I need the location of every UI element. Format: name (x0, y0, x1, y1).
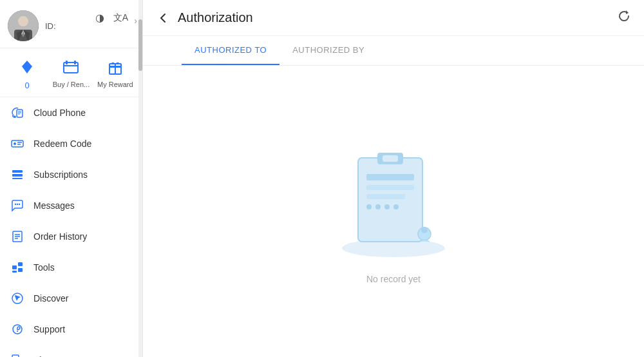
svg-rect-44 (383, 155, 398, 162)
sidebar-item-tools[interactable]: Tools (0, 252, 142, 283)
sidebar-item-redeem-code[interactable]: Redeem Code (0, 128, 142, 159)
subscriptions-label: Subscriptions (33, 169, 88, 180)
svg-rect-13 (17, 110, 23, 117)
empty-illustration (329, 139, 458, 261)
discover-label: Discover (33, 293, 68, 304)
redeem-code-label: Redeem Code (33, 139, 91, 149)
main-header: Authorization (143, 0, 644, 36)
avatar (8, 10, 39, 41)
messages-label: Messages (33, 200, 75, 211)
chevron-right-icon[interactable]: › (134, 15, 137, 26)
tab-authorized-to[interactable]: AUTHORIZED TO (182, 36, 279, 65)
cloud-phone-label: Cloud Phone (33, 108, 86, 118)
subscriptions-icon (10, 168, 24, 182)
svg-point-53 (421, 227, 428, 233)
sidebar-scroll[interactable]: ID: › ◑ 文A 0 (0, 0, 142, 357)
svg-rect-32 (18, 262, 23, 266)
svg-rect-9 (66, 61, 68, 64)
page-title: Authorization (178, 10, 609, 25)
svg-point-48 (366, 204, 372, 209)
svg-rect-46 (366, 185, 414, 190)
diamond-icon (16, 56, 38, 78)
tools-label: Tools (33, 262, 55, 273)
svg-rect-47 (366, 194, 405, 199)
my-reward-label: My Reward (97, 81, 133, 88)
buy-renew-action[interactable]: Buy / Ren... (49, 56, 93, 88)
diamond-action[interactable]: 0 (5, 56, 49, 90)
order-history-label: Order History (33, 231, 87, 242)
svg-rect-10 (74, 61, 76, 64)
back-arrow-icon (156, 11, 170, 25)
svg-point-1 (18, 16, 28, 26)
sidebar-item-support[interactable]: Support (0, 314, 142, 345)
messages-icon (10, 198, 24, 213)
buy-renew-icon (60, 56, 82, 78)
svg-rect-23 (12, 178, 23, 179)
svg-point-18 (14, 142, 16, 145)
svg-point-25 (17, 204, 18, 205)
tools-icon (10, 260, 24, 275)
scrollbar-thumb (138, 19, 142, 71)
discover-icon (10, 291, 24, 305)
scrollbar-track (138, 0, 142, 357)
svg-rect-34 (12, 271, 17, 273)
sidebar-item-subscriptions[interactable]: Subscriptions (0, 159, 142, 190)
sidebar-item-order-history[interactable]: Order History (0, 221, 142, 252)
brightness-icon[interactable]: ◑ (94, 10, 106, 25)
support-label: Support (33, 324, 65, 334)
svg-rect-42 (358, 158, 422, 242)
sidebar-item-sign-out[interactable]: Sign Out (0, 345, 142, 357)
sidebar: ID: › ◑ 文A 0 (0, 0, 143, 357)
nav-menu: Cloud Phone Redeem Code (0, 97, 142, 357)
cloud-phone-icon (10, 106, 24, 120)
diamond-count: 0 (25, 81, 30, 90)
order-history-icon (10, 229, 24, 244)
buy-renew-label: Buy / Ren... (53, 81, 90, 88)
svg-point-51 (393, 204, 399, 209)
refresh-button[interactable] (617, 9, 631, 26)
svg-point-50 (384, 204, 390, 209)
support-icon (10, 322, 24, 336)
svg-point-26 (19, 204, 20, 205)
svg-marker-7 (22, 61, 32, 73)
my-reward-action[interactable]: My Reward (93, 56, 137, 88)
action-icons-row: 0 Buy / Ren... (0, 48, 142, 97)
redeem-code-icon (10, 137, 24, 151)
svg-rect-21 (12, 170, 23, 173)
sidebar-item-messages[interactable]: Messages (0, 190, 142, 221)
my-reward-icon (104, 56, 126, 78)
refresh-icon (617, 9, 631, 23)
empty-state: No record yet (329, 139, 458, 284)
svg-point-49 (375, 204, 381, 209)
sidebar-item-cloud-phone[interactable]: Cloud Phone (0, 97, 142, 128)
sidebar-item-discover[interactable]: Discover (0, 283, 142, 314)
svg-rect-31 (12, 265, 17, 269)
svg-point-24 (15, 204, 16, 205)
tab-authorized-by[interactable]: AUTHORIZED BY (279, 36, 377, 65)
svg-rect-17 (12, 140, 23, 147)
sign-out-icon (10, 353, 24, 357)
main-content: No record yet (143, 66, 644, 357)
translate-icon[interactable]: 文A (112, 11, 129, 25)
avatar-image (8, 10, 39, 41)
svg-point-37 (17, 331, 18, 332)
svg-marker-40 (626, 10, 629, 14)
back-button[interactable] (156, 11, 170, 25)
svg-rect-22 (12, 174, 23, 177)
main-content-area: Authorization AUTHORIZED TO AUTHORIZED B… (143, 0, 644, 357)
svg-rect-33 (18, 268, 23, 272)
svg-rect-45 (366, 174, 414, 180)
empty-message: No record yet (366, 274, 421, 284)
tabs-row: AUTHORIZED TO AUTHORIZED BY (143, 36, 644, 66)
